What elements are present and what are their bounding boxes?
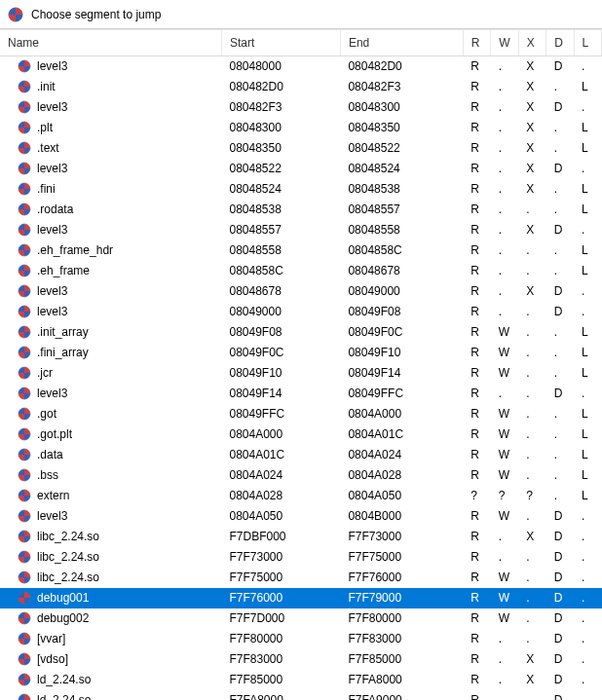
segment-x: X bbox=[526, 652, 538, 666]
segment-start: 080482D0 bbox=[230, 80, 333, 93]
segment-end: 08048538 bbox=[348, 182, 455, 196]
segment-d: D bbox=[554, 162, 566, 175]
segment-start: 0804A024 bbox=[230, 468, 333, 482]
segment-name: [vvar] bbox=[37, 632, 65, 645]
segment-d: D bbox=[554, 591, 566, 605]
segment-end: 08048557 bbox=[348, 203, 455, 216]
segment-r: R bbox=[470, 305, 482, 318]
table-row[interactable]: .bss0804A0240804A028RW..L bbox=[0, 465, 602, 486]
segment-r: R bbox=[470, 182, 482, 196]
segment-end: F7F75000 bbox=[348, 550, 455, 564]
segment-x: . bbox=[526, 693, 538, 700]
segment-r: R bbox=[470, 673, 482, 686]
segment-l: L bbox=[582, 243, 593, 257]
table-row[interactable]: .eh_frame0804858C08048678R...L bbox=[0, 261, 602, 281]
table-row[interactable]: [vdso]F7F83000F7F85000R.XD. bbox=[0, 649, 602, 670]
col-header-start[interactable]: Start bbox=[222, 30, 341, 56]
segment-name: .bss bbox=[37, 468, 58, 482]
segment-name: libc_2.24.so bbox=[37, 550, 99, 564]
table-row[interactable]: libc_2.24.soF7F73000F7F75000R..D. bbox=[0, 547, 602, 568]
table-row[interactable]: .fini_array08049F0C08049F10RW..L bbox=[0, 343, 602, 363]
col-header-x[interactable]: X bbox=[518, 30, 546, 56]
table-row[interactable]: level3080482F308048300R.XD. bbox=[0, 97, 602, 118]
table-row[interactable]: .jcr08049F1008049F14RW..L bbox=[0, 363, 602, 384]
segment-l: L bbox=[582, 448, 593, 461]
table-row[interactable]: .got08049FFC0804A000RW..L bbox=[0, 404, 602, 424]
segment-end: 0804A024 bbox=[348, 448, 455, 461]
segment-w: W bbox=[499, 427, 510, 441]
segment-d: . bbox=[554, 325, 566, 339]
segment-start: F7F7D000 bbox=[230, 611, 333, 625]
segment-name: .fini_array bbox=[37, 346, 89, 359]
segment-name: .plt bbox=[37, 121, 53, 134]
segment-l: . bbox=[582, 571, 593, 584]
segment-start: F7F83000 bbox=[230, 652, 333, 666]
segment-r: R bbox=[470, 550, 482, 564]
segments-table-wrap[interactable]: Name Start End R W X D L level3080480000… bbox=[0, 29, 602, 700]
segment-name: .got.plt bbox=[37, 427, 72, 441]
table-row[interactable]: .init_array08049F0808049F0CRW..L bbox=[0, 322, 602, 343]
table-row[interactable]: level30804867808049000R.XD. bbox=[0, 281, 602, 302]
table-row[interactable]: level30804855708048558R.XD. bbox=[0, 220, 602, 240]
segment-icon bbox=[18, 100, 31, 114]
table-row[interactable]: extern0804A0280804A050???.L bbox=[0, 486, 602, 506]
table-row[interactable]: level308049F1408049FFCR..D. bbox=[0, 384, 602, 404]
segment-d: . bbox=[554, 448, 566, 461]
segment-l: . bbox=[582, 550, 593, 564]
table-row[interactable]: .rodata0804853808048557R...L bbox=[0, 200, 602, 220]
segment-d: D bbox=[554, 673, 566, 686]
table-row[interactable]: .fini0804852408048538R.X.L bbox=[0, 179, 602, 200]
col-header-d[interactable]: D bbox=[546, 30, 574, 56]
segment-r: R bbox=[470, 407, 482, 421]
table-row[interactable]: [vvar]F7F80000F7F83000R..D. bbox=[0, 629, 602, 649]
segment-x: X bbox=[526, 223, 538, 237]
table-row[interactable]: .got.plt0804A0000804A01CRW..L bbox=[0, 424, 602, 445]
col-header-r[interactable]: R bbox=[463, 30, 490, 56]
segment-d: . bbox=[554, 203, 566, 216]
segment-d: D bbox=[554, 693, 566, 700]
table-row[interactable]: .init080482D0080482F3R.X.L bbox=[0, 77, 602, 97]
segment-x: . bbox=[526, 427, 538, 441]
segment-end: 080482F3 bbox=[348, 80, 455, 93]
segment-w: . bbox=[499, 693, 510, 700]
segment-icon bbox=[18, 693, 31, 700]
segment-w: . bbox=[499, 284, 510, 298]
segment-end: 08048524 bbox=[348, 162, 455, 175]
segment-x: X bbox=[526, 100, 538, 114]
segment-name: level3 bbox=[37, 387, 67, 400]
table-row[interactable]: debug001F7F76000F7F79000RW.D. bbox=[0, 588, 602, 608]
segment-r: R bbox=[470, 611, 482, 625]
segment-w: W bbox=[499, 468, 510, 482]
segment-x: X bbox=[526, 530, 538, 543]
segment-name: [vdso] bbox=[37, 652, 68, 666]
segment-d: . bbox=[554, 407, 566, 421]
segment-x: . bbox=[526, 632, 538, 645]
col-header-end[interactable]: End bbox=[340, 30, 463, 56]
segment-icon bbox=[18, 550, 31, 564]
segment-start: 08049F0C bbox=[230, 346, 333, 359]
segment-w: W bbox=[499, 366, 510, 380]
table-row[interactable]: level30804A0500804B000RW.D. bbox=[0, 506, 602, 527]
table-row[interactable]: ld_2.24.soF7FA8000F7FA9000R..D. bbox=[0, 690, 602, 701]
table-row[interactable]: .eh_frame_hdr080485580804858CR...L bbox=[0, 240, 602, 261]
segment-name: .data bbox=[37, 448, 63, 461]
table-row[interactable]: libc_2.24.soF7DBF000F7F73000R.XD. bbox=[0, 527, 602, 547]
segment-start: 0804A000 bbox=[230, 427, 333, 441]
table-row[interactable]: .plt0804830008048350R.X.L bbox=[0, 118, 602, 138]
table-row[interactable]: level30804852208048524R.XD. bbox=[0, 159, 602, 179]
col-header-l[interactable]: L bbox=[574, 30, 601, 56]
table-row[interactable]: level308048000080482D0R.XD. bbox=[0, 56, 602, 77]
table-row[interactable]: debug002F7F7D000F7F80000RW.D. bbox=[0, 608, 602, 629]
segment-name: level3 bbox=[37, 59, 67, 73]
col-header-w[interactable]: W bbox=[491, 30, 518, 56]
segment-l: L bbox=[582, 121, 593, 134]
table-row[interactable]: ld_2.24.soF7F85000F7FA8000R.XD. bbox=[0, 670, 602, 690]
table-row[interactable]: libc_2.24.soF7F75000F7F76000RW.D. bbox=[0, 568, 602, 588]
table-row[interactable]: .data0804A01C0804A024RW..L bbox=[0, 445, 602, 465]
segment-end: 080482D0 bbox=[348, 59, 455, 73]
table-row[interactable]: level30804900008049F08R..D. bbox=[0, 302, 602, 322]
segment-x: . bbox=[526, 203, 538, 216]
col-header-name[interactable]: Name bbox=[0, 30, 222, 56]
table-row[interactable]: .text0804835008048522R.X.L bbox=[0, 138, 602, 159]
segment-start: 08049000 bbox=[230, 305, 333, 318]
